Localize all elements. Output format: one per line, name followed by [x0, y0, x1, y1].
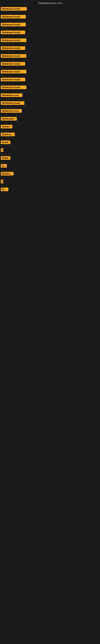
result-item: Bottleneck result — [0, 29, 100, 37]
result-item: Bottle — [0, 139, 100, 147]
bottleneck-badge[interactable]: Bottleneck result — [1, 62, 25, 66]
result-item: Bottl — [0, 186, 100, 194]
result-item: Bottleneck r — [0, 115, 100, 123]
result-item: Bottleneck result — [0, 45, 100, 52]
result-item: Bottleneck result — [0, 68, 100, 76]
result-item: Bottleneck result — [0, 100, 100, 108]
bottleneck-badge[interactable]: Bottleneck result — [1, 54, 26, 58]
result-item: Bottle — [0, 154, 100, 162]
bottleneck-badge[interactable]: Bot — [1, 164, 7, 168]
bottleneck-badge[interactable]: B — [1, 148, 3, 152]
bottleneck-badge[interactable]: Bottlenec — [1, 172, 14, 176]
bottleneck-badge[interactable]: Bottleneck result — [1, 70, 26, 74]
result-item: Bottleneck result — [0, 60, 100, 68]
bottleneck-badge[interactable]: Bottleneck result — [1, 30, 25, 34]
result-item: Bottleneck result — [0, 21, 100, 29]
bottleneck-badge[interactable]: Bottl — [1, 188, 8, 191]
site-title: TheBottlenecker.com — [38, 2, 62, 5]
bottleneck-badge[interactable]: Bottle — [1, 140, 10, 144]
results-container: Bottleneck resultBottleneck resultBottle… — [0, 6, 100, 194]
result-item: Bottleneck result — [0, 13, 100, 21]
result-item: Bottleneck result — [0, 76, 100, 84]
bottleneck-badge[interactable]: Bottleneck result — [1, 78, 25, 81]
bottleneck-badge[interactable]: B — [1, 180, 3, 183]
bottleneck-badge[interactable]: Bottleneck result — [1, 101, 24, 105]
result-item: Bottleneck resu — [0, 92, 100, 100]
bottleneck-badge[interactable]: Bottleneck result — [1, 23, 26, 26]
result-item: Bottleneck resu — [0, 108, 100, 115]
bottleneck-badge[interactable]: Bottleneck result — [1, 38, 26, 42]
bottleneck-badge[interactable]: Bottleneck result — [1, 46, 25, 50]
result-item: Bottlenec — [0, 170, 100, 178]
result-item: Bot — [0, 162, 100, 170]
result-item: Bottleneck result — [0, 52, 100, 60]
site-header: TheBottlenecker.com — [0, 0, 100, 6]
bottleneck-badge[interactable]: Bottleneck result — [1, 15, 26, 18]
bottleneck-badge[interactable]: Bottleneck result — [1, 7, 27, 11]
bottleneck-badge[interactable]: Bottlen — [1, 125, 12, 128]
bottleneck-badge[interactable]: Bottleneck — [1, 132, 15, 136]
bottleneck-badge[interactable]: Bottleneck resu — [1, 94, 22, 97]
bottleneck-badge[interactable]: Bottleneck result — [1, 86, 26, 89]
result-item: B — [0, 178, 100, 186]
result-item: B — [0, 147, 100, 154]
bottleneck-badge[interactable]: Bottleneck r — [1, 117, 17, 120]
result-item: Bottleneck — [0, 131, 100, 139]
result-item: Bottleneck result — [0, 37, 100, 45]
result-item: Bottleneck result — [0, 84, 100, 92]
bottleneck-badge[interactable]: Bottle — [1, 156, 10, 160]
result-item: Bottlen — [0, 123, 100, 131]
result-item: Bottleneck result — [0, 6, 100, 13]
bottleneck-badge[interactable]: Bottleneck resu — [1, 109, 22, 113]
